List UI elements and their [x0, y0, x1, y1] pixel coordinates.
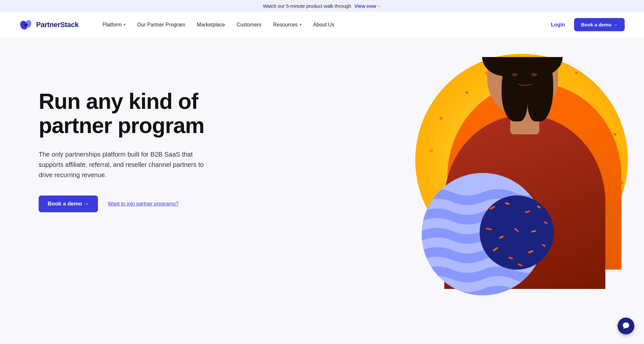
logo[interactable]: PartnerStack	[19, 18, 79, 32]
svg-point-13	[575, 72, 578, 74]
svg-rect-33	[542, 244, 546, 247]
main-nav: PartnerStack Platform ▾ Our Partner Prog…	[0, 12, 644, 38]
svg-point-16	[614, 133, 616, 136]
nav-about-us[interactable]: About Us	[309, 19, 339, 30]
blue-wavy-circle	[422, 173, 544, 295]
svg-point-15	[607, 84, 610, 88]
hero-subtitle: The only partnerships platform built for…	[39, 149, 206, 180]
nav-partner-program[interactable]: Our Partner Program	[133, 19, 190, 30]
navy-scatter-svg	[480, 196, 554, 270]
svg-rect-31	[508, 257, 513, 259]
svg-point-4	[466, 91, 468, 94]
svg-rect-35	[518, 263, 523, 266]
svg-point-17	[601, 165, 604, 168]
announcement-link[interactable]: View now→	[354, 3, 381, 9]
yellow-circle	[415, 54, 628, 266]
hero-section: Run any kind of partner program The only…	[0, 38, 644, 302]
hero-title: Run any kind of partner program	[39, 89, 238, 138]
svg-point-14	[594, 110, 597, 113]
hero-cta: Book a demo → Want to join partner progr…	[39, 196, 238, 212]
person-figure	[422, 57, 628, 289]
svg-rect-21	[489, 205, 495, 210]
navy-confetti-circle	[480, 196, 554, 270]
nav-customers[interactable]: Customers	[232, 19, 266, 30]
nav-resources[interactable]: Resources ▾	[269, 19, 306, 30]
announcement-bar: Watch our 5-minute product walk through …	[0, 0, 644, 12]
svg-point-5	[485, 72, 488, 75]
wavy-svg	[422, 173, 544, 295]
svg-rect-26	[499, 235, 504, 239]
svg-point-7	[439, 117, 443, 120]
hero-content: Run any kind of partner program The only…	[39, 38, 238, 212]
svg-rect-19	[422, 173, 544, 295]
svg-point-18	[620, 181, 623, 185]
svg-rect-28	[531, 230, 536, 233]
announcement-text: Watch our 5-minute product walk through	[263, 3, 351, 9]
nav-links: Platform ▾ Our Partner Program Marketpla…	[98, 19, 547, 30]
orange-arc	[447, 83, 621, 270]
svg-rect-32	[528, 250, 533, 253]
svg-rect-27	[514, 228, 519, 232]
svg-rect-34	[488, 262, 493, 265]
logo-text: PartnerStack	[36, 21, 79, 29]
svg-point-8	[459, 133, 462, 136]
svg-rect-23	[525, 210, 530, 213]
logo-icon	[19, 18, 33, 32]
svg-point-9	[429, 148, 433, 152]
svg-rect-20	[480, 196, 554, 270]
hero-book-demo-button[interactable]: Book a demo →	[39, 196, 98, 212]
svg-point-3	[446, 78, 449, 81]
nav-book-demo-button[interactable]: Book a demo →	[574, 18, 625, 31]
svg-point-2	[24, 23, 28, 26]
svg-point-10	[527, 101, 529, 103]
nav-platform[interactable]: Platform ▾	[98, 19, 130, 30]
svg-point-11	[543, 78, 546, 81]
resources-chevron-icon: ▾	[300, 23, 302, 27]
svg-point-12	[562, 94, 565, 98]
svg-point-6	[510, 84, 514, 88]
confetti-svg	[415, 54, 628, 266]
hero-illustration	[367, 38, 644, 302]
svg-rect-30	[493, 247, 498, 252]
nav-marketplace[interactable]: Marketplace	[192, 19, 229, 30]
nav-actions: Login Book a demo →	[547, 18, 625, 31]
hero-join-link[interactable]: Want to join partner programs?	[108, 201, 178, 207]
svg-rect-29	[543, 221, 548, 224]
svg-rect-25	[486, 228, 492, 230]
svg-rect-24	[537, 205, 541, 209]
platform-chevron-icon: ▾	[124, 23, 126, 27]
svg-rect-22	[505, 202, 510, 205]
login-button[interactable]: Login	[547, 19, 569, 30]
